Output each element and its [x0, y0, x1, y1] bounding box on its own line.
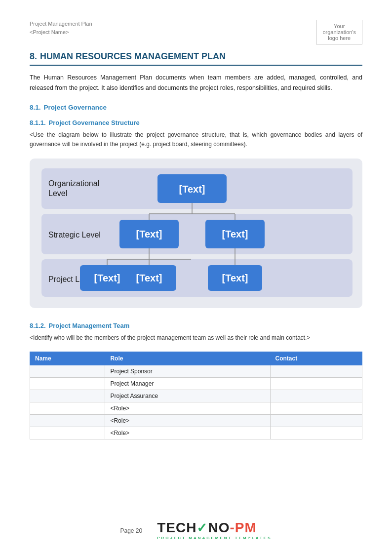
table-cell [30, 427, 105, 439]
svg-text:[Text]: [Text] [136, 273, 162, 283]
table-header-row: Name Role Contact [30, 352, 362, 365]
table-cell: <Role> [105, 427, 270, 439]
table-cell: <Role> [105, 414, 270, 427]
svg-text:[Text]: [Text] [136, 229, 162, 239]
svg-text:Strategic Level: Strategic Level [48, 231, 101, 239]
logo-placeholder: Yourorganization'slogo here [316, 20, 362, 44]
svg-text:[Text]: [Text] [222, 273, 248, 283]
table-cell: Project Manager [105, 377, 270, 390]
svg-text:Organizational: Organizational [48, 179, 99, 188]
intro-paragraph: The Human Resources Management Plan docu… [30, 73, 362, 93]
brand-tagline: PROJECT MANAGEMENT TEMPLATES [157, 536, 272, 540]
section-812-instruction: <Identify who will be the members of the… [30, 333, 362, 343]
table-row: Project Assurance [30, 390, 362, 402]
table-cell [30, 377, 105, 390]
section-81-heading: 8.1. Project Governance [30, 104, 362, 111]
brand-name: TECH✓NO-PM [157, 521, 257, 535]
main-section-heading: 8.HUMAN RESOURCES MANAGEMENT PLAN [30, 51, 362, 66]
table-cell [270, 402, 362, 414]
document-title: Project Management Plan <Project Name> [30, 20, 92, 36]
table-row: <Role> [30, 402, 362, 414]
svg-text:[Text]: [Text] [94, 273, 120, 283]
table-cell: Project Assurance [105, 390, 270, 402]
table-cell [30, 414, 105, 427]
org-chart-svg: Organizational Level Strategic Level Pro… [41, 168, 353, 297]
table-row: <Role> [30, 427, 362, 439]
col-contact: Contact [270, 352, 362, 365]
page-number: Page 20 [120, 527, 142, 534]
table-cell [30, 365, 105, 377]
svg-text:[Text]: [Text] [222, 229, 248, 239]
svg-text:Level: Level [48, 189, 67, 198]
table-cell [270, 365, 362, 377]
project-team-table-container: Name Role Contact Project SponsorProject… [30, 352, 362, 439]
table-row: Project Sponsor [30, 365, 362, 377]
table-row: <Role> [30, 414, 362, 427]
org-chart: Organizational Level Strategic Level Pro… [30, 159, 362, 308]
project-team-table: Name Role Contact Project SponsorProject… [30, 352, 362, 439]
col-name: Name [30, 352, 105, 365]
table-cell [30, 402, 105, 414]
section-811-heading: 8.1.1. Project Governance Structure [30, 119, 362, 126]
table-cell [30, 390, 105, 402]
page-header: Project Management Plan <Project Name> Y… [30, 20, 362, 44]
brand-logo: TECH✓NO-PM PROJECT MANAGEMENT TEMPLATES [157, 521, 272, 540]
table-cell [270, 390, 362, 402]
table-cell: <Role> [105, 402, 270, 414]
table-cell [270, 427, 362, 439]
section-812-heading: 8.1.2. Project Management Team [30, 322, 362, 329]
section-811-instruction: <Use the diagram below to illustrate the… [30, 130, 362, 149]
svg-text:[Text]: [Text] [179, 184, 205, 195]
col-role: Role [105, 352, 270, 365]
table-cell: Project Sponsor [105, 365, 270, 377]
table-cell [270, 377, 362, 390]
table-row: Project Manager [30, 377, 362, 390]
table-cell [270, 414, 362, 427]
page-footer: Page 20 TECH✓NO-PM PROJECT MANAGEMENT TE… [0, 521, 392, 540]
